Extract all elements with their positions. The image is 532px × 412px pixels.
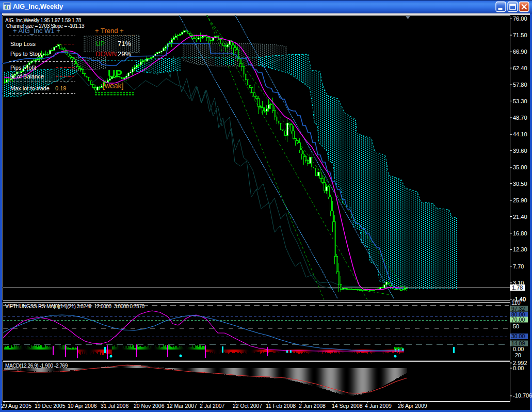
svg-text:Pips Profit: Pips Profit — [10, 65, 36, 71]
svg-text:% of Balance: % of Balance — [10, 73, 44, 80]
svg-text:62.40: 62.40 — [513, 65, 527, 71]
svg-text:14.09: 14.09 — [511, 340, 525, 346]
svg-text:-20: -20 — [513, 352, 521, 358]
svg-text:16.80: 16.80 — [513, 230, 527, 236]
svg-text:14 Sep 2008: 14 Sep 2008 — [332, 403, 363, 409]
svg-text:71.50: 71.50 — [513, 32, 527, 38]
svg-text:12 Mar 2007: 12 Mar 2007 — [167, 403, 197, 409]
svg-text:44.10: 44.10 — [513, 131, 527, 137]
svg-text:+ AIG_Inc W1 +: + AIG_Inc W1 + — [13, 27, 60, 35]
svg-text:DOWN: DOWN — [95, 50, 117, 58]
svg-text:30.50: 30.50 — [513, 181, 527, 187]
svg-text:+ Trend +: + Trend + — [95, 27, 124, 35]
svg-text:7.70: 7.70 — [513, 263, 524, 270]
svg-text:1.78: 1.78 — [512, 284, 523, 291]
svg-text:70.00: 70.00 — [511, 316, 525, 323]
svg-text:29%: 29% — [118, 50, 131, 58]
svg-text:53.30: 53.30 — [513, 98, 527, 104]
svg-text:31 Jul 2006: 31 Jul 2006 — [101, 403, 128, 409]
svg-text:39.60: 39.60 — [513, 148, 527, 154]
svg-text:0.00: 0.00 — [513, 346, 524, 352]
svg-text:4 Jan 2009: 4 Jan 2009 — [365, 403, 392, 409]
svg-text:10 Apr 2006: 10 Apr 2006 — [68, 403, 97, 409]
svg-text:30.00: 30.00 — [511, 333, 525, 339]
svg-text:22 Oct 2007: 22 Oct 2007 — [233, 403, 262, 409]
svg-text:35.00: 35.00 — [513, 164, 527, 170]
svg-text:12.30: 12.30 — [513, 246, 527, 252]
svg-text:AIG_Inc,Weekly: AIG_Inc,Weekly — [13, 3, 63, 10]
svg-text:AIG_Inc,Weekly 1.95 1.97 1.59: AIG_Inc,Weekly 1.95 1.97 1.59 1.78 — [5, 18, 82, 23]
svg-text:25.90: 25.90 — [513, 197, 527, 203]
svg-text:0.00: 0.00 — [513, 365, 524, 371]
svg-text:Pips to Stop: Pips to Stop — [10, 51, 41, 57]
svg-text:57.80: 57.80 — [513, 82, 527, 88]
svg-text:Max lot to trade: Max lot to trade — [10, 85, 50, 91]
svg-text:76.00: 76.00 — [513, 15, 527, 22]
svg-text:VIETHUNGSS-RS-MA[0](14)(21) 3.: VIETHUNGSS-RS-MA[0](14)(21) 3.0249 -12.0… — [5, 304, 145, 309]
svg-text:48.70: 48.70 — [513, 115, 527, 121]
svg-text:50: 50 — [513, 323, 519, 329]
svg-text:-10.706: -10.706 — [513, 392, 532, 399]
svg-text:UP: UP — [95, 40, 105, 47]
svg-text:0.19: 0.19 — [55, 85, 66, 91]
svg-text:UP: UP — [108, 68, 122, 80]
svg-text:110: 110 — [511, 299, 521, 306]
svg-text:21.40: 21.40 — [513, 214, 527, 220]
svg-text:2 Jul 2007: 2 Jul 2007 — [200, 403, 225, 409]
svg-text:29 Aug 2005: 29 Aug 2005 — [1, 403, 31, 409]
svg-text:26 Apr 2009: 26 Apr 2009 — [398, 403, 427, 409]
svg-text:2 Jun 2008: 2 Jun 2008 — [299, 403, 326, 409]
svg-text:71%: 71% — [118, 40, 131, 47]
svg-text:11 Feb 2008: 11 Feb 2008 — [266, 403, 296, 409]
svg-text:66.90: 66.90 — [513, 49, 527, 55]
svg-text:MACD(12,26,9) -1.900 -2.769: MACD(12,26,9) -1.900 -2.769 — [5, 363, 68, 369]
svg-text:Stop Loss: Stop Loss — [10, 41, 36, 47]
svg-text:20 Nov 2006: 20 Nov 2006 — [134, 403, 165, 409]
svg-text:19 Dec 2005: 19 Dec 2005 — [35, 403, 66, 409]
svg-text:97.32: 97.32 — [511, 306, 525, 312]
svg-text:[weak]: [weak] — [103, 82, 123, 90]
